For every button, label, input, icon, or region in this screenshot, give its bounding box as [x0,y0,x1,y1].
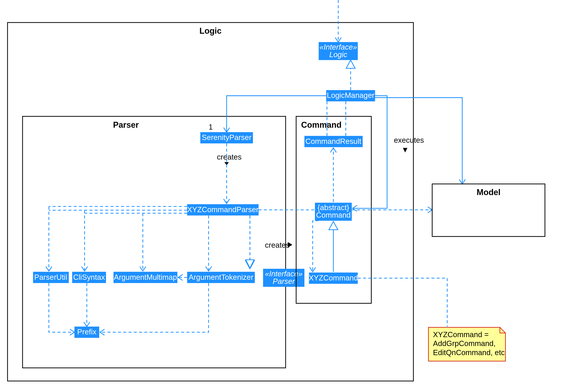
executes-label: executes [394,136,424,144]
creates-label-2: creates [265,241,290,249]
prefix-label: Prefix [77,327,97,336]
uml-diagram: Logic «Interface» Logic LogicManager Par… [0,0,575,392]
command-frame-title: Command [301,120,341,130]
clisyntax-label: CliSyntax [73,273,105,281]
model-frame-title: Model [477,188,501,197]
serenity-parser-label: SerenityParser [202,133,251,142]
note-line2: AddGrpCommand, [433,339,496,348]
parser-frame-title: Parser [113,120,139,130]
commandresult-label: CommandResult [305,137,361,146]
parser-interface-stereo: «Interface» [265,269,303,278]
creates-label-1: creates [217,153,241,161]
argtokenizer-label: ArgumentTokenizer [189,273,253,281]
parserutil-label: ParserUtil [34,273,67,281]
logic-manager-label: LogicManager [327,91,374,99]
note-line3: EditQnCommand, etc [433,348,505,357]
xyzcommand-label: XYZCommand [309,274,358,282]
executes-arrow [403,148,407,152]
xyzcommandparser-label: XYZCommandParser [187,205,259,214]
parser-interface-name: Parser [273,277,295,285]
parser-frame [23,116,286,368]
argmultimap-label: ArgumentMultimap [114,273,177,281]
logic-frame [7,22,413,381]
logic-interface-stereo: «Interface» [319,43,357,51]
creates-arrow-2 [288,242,292,247]
xyzcommand-extends-command [329,221,338,230]
logic-interface-name: Logic [329,50,347,59]
command-abstract-name: Command [316,211,351,219]
logicmanager-realizes-logic [346,60,355,68]
note-line1: XYZCommand = [433,330,489,339]
xyzcommand-note: XYZCommand = AddGrpCommand, EditQnComman… [429,327,505,361]
command-abstract-stereo: {abstract} [317,203,349,212]
serenity-mult: 1 [209,123,213,131]
logic-frame-title: Logic [199,26,221,36]
